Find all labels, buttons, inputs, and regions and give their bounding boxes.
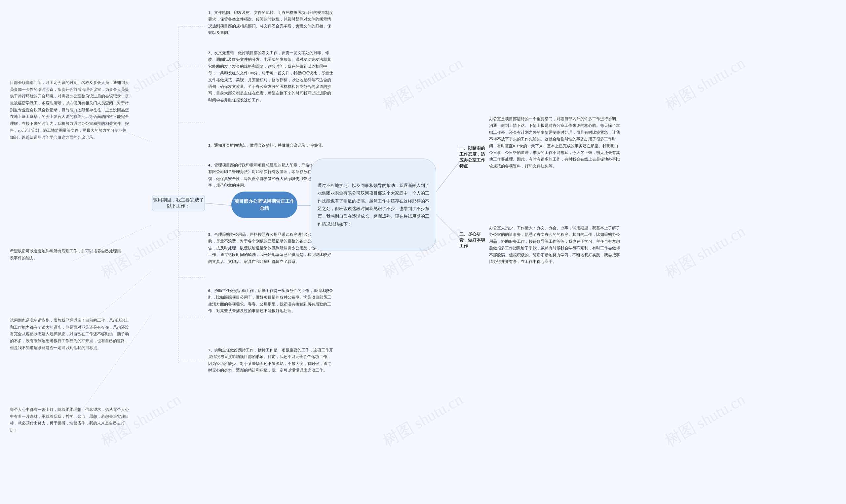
list-item-7: 7、协助主任做好预持工作，接持工作是一项很重要的工作，这项工作开展情况与直接影响… bbox=[208, 347, 334, 374]
main-summary-text: 通过不断地学习、以及同事和领导的帮助，我逐渐融入到了xx集团xx实业有限公司双河… bbox=[318, 182, 429, 228]
left-bottom-block-1: 试用期也是我的适应期，虽然我已经适应了目前的工作，思想认识上和工作能力都有了很大… bbox=[10, 317, 129, 351]
center-node-label: 项目部办公室试用期转正工作总结 bbox=[231, 195, 297, 214]
list-item-2: 2、发文无差错，做好项目部的发文工作，负责一发文字处的对印、修改、调阅以及红头文… bbox=[208, 50, 334, 103]
svg-line-3 bbox=[436, 215, 459, 238]
mindmap: 试用期里，我主要完成了以下工作： 项目部办公室试用期转正工作总结 通过不断地学习… bbox=[0, 0, 846, 504]
center-node: 项目部办公室试用期转正工作总结 bbox=[231, 192, 297, 218]
left-top-block: 目部会须能部门间，月固定会议的时间、名称及参会人员，通知到人员参加一会性的临时会… bbox=[10, 79, 129, 141]
branch1-text: 办公室是项目部运转的一个重要部门，对项目部内外的许多工作进行协调、沟通，做到上情… bbox=[489, 115, 621, 169]
left-middle-block: 希望以后可以慢慢地熟练所有后勤工作，并可以培养自己处理突发事件的能力。 bbox=[10, 248, 122, 261]
svg-line-0 bbox=[205, 203, 231, 205]
svg-line-2 bbox=[436, 162, 459, 192]
list-item-1: 1、文件轮阅、印发及财、文件的流转、间办严格按照项目部的规章制度要求，保管各类文… bbox=[208, 9, 334, 36]
branch2-label: 二、尽心尽责，做好本职工作 bbox=[459, 231, 486, 249]
list-item-6: 6、协助主任做好后勤工作，后勤工作是一项服务性的工作，事情比较杂乱，比如跟踪项目… bbox=[208, 287, 334, 314]
list-item-3: 3、通知开会时间地点，做理会议材料，并做做会议记录，辅摄报。 bbox=[208, 142, 325, 149]
main-summary-node: 通过不断地学习、以及同事和领导的帮助，我逐渐融入到了xx集团xx实业有限公司双河… bbox=[311, 159, 436, 251]
branch1-label: 一、以踏实的工作态度，适应办公室工作特点 bbox=[459, 145, 486, 169]
trial-node: 试用期里，我主要完成了以下工作： bbox=[152, 195, 205, 211]
left-bottom-block-2: 每个人心中都有一盏山灯，随着柔柔理想、信念望求，始从导个人心中有着一片森林，承载… bbox=[10, 406, 129, 434]
trial-label: 试用期里，我主要完成了以下工作： bbox=[152, 197, 205, 209]
branch2-text: 办公室人员少，工作量大：办文、办会、办事，试用期里，我基本上了解了办公室的的诸事… bbox=[489, 224, 621, 265]
